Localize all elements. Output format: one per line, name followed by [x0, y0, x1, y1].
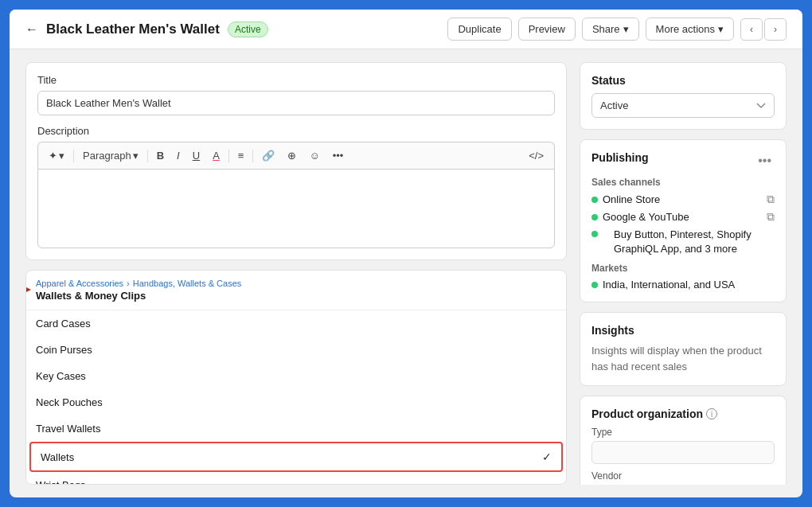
right-panel: Status Active Publishing ••• Sales chann…: [580, 62, 787, 485]
breadcrumb-path: Apparel & Accessories › Handbags, Wallet…: [36, 279, 556, 288]
preview-button[interactable]: Preview: [518, 18, 576, 41]
paragraph-button[interactable]: Paragraph ▾: [79, 147, 142, 164]
header-left: ← Black Leather Men's Wallet Active: [25, 21, 268, 37]
buy-button-row: Buy Button, Pinterest, Shopify GraphiQL …: [591, 228, 775, 256]
chevron-down-icon: ▾: [623, 23, 629, 35]
header-right: Duplicate Preview Share ▾ More actions ▾…: [447, 18, 787, 41]
align-button[interactable]: ≡: [234, 147, 248, 164]
product-org-header: Product organization i: [591, 408, 775, 420]
list-item[interactable]: Key Cases: [26, 363, 566, 389]
toolbar-divider-2: [147, 150, 148, 162]
active-dot: [591, 214, 598, 220]
left-panel: Title Description ✦ ▾ Paragraph ▾ B I: [25, 62, 567, 485]
emoji-button[interactable]: ☺: [305, 147, 323, 164]
status-title: Status: [591, 74, 775, 87]
active-dot: [591, 282, 598, 288]
insights-text: Insights will display when the product h…: [591, 343, 775, 374]
category-list: Card Cases Coin Purses Key Cases Neck Po…: [26, 310, 566, 485]
next-button[interactable]: ›: [764, 18, 787, 41]
list-item[interactable]: Coin Purses: [26, 337, 566, 363]
nav-arrows: ‹ ›: [740, 18, 787, 41]
vendor-label: Vendor: [591, 470, 775, 482]
copy-icon: ⧉: [767, 210, 775, 224]
title-input[interactable]: [37, 91, 555, 115]
list-item[interactable]: Card Cases: [26, 310, 566, 337]
back-button[interactable]: ←: [25, 22, 38, 37]
publishing-card: Publishing ••• Sales channels Online Sto…: [580, 139, 787, 302]
color-button[interactable]: A: [209, 147, 224, 164]
status-select[interactable]: Active: [591, 93, 775, 118]
product-org-title: Product organization: [591, 408, 703, 420]
italic-button[interactable]: I: [173, 147, 184, 164]
publishing-more-button[interactable]: •••: [755, 154, 775, 168]
category-current: Wallets & Money Clips: [36, 290, 556, 302]
list-item[interactable]: Neck Pouches: [26, 389, 566, 415]
description-toolbar: ✦ ▾ Paragraph ▾ B I U A ≡ �: [37, 142, 555, 169]
insights-card: Insights Insights will display when the …: [580, 312, 787, 386]
prev-button[interactable]: ‹: [740, 18, 763, 41]
toolbar-divider: [73, 150, 74, 162]
markets-title: Markets: [591, 263, 775, 274]
active-dot: [591, 231, 598, 237]
category-card: Apparel & Accessories › Handbags, Wallet…: [25, 270, 567, 485]
active-dot: [591, 197, 598, 203]
copy-icon: ⧉: [767, 193, 775, 206]
insights-title: Insights: [591, 324, 775, 337]
code-button[interactable]: </>: [525, 147, 548, 164]
description-editor[interactable]: [37, 169, 555, 248]
toolbar-divider-3: [228, 150, 229, 162]
list-item-selected[interactable]: Wallets ✓: [29, 442, 563, 472]
info-icon[interactable]: i: [706, 408, 717, 419]
product-org-card: Product organization i Type Vendor: [580, 396, 787, 485]
markets-section: Markets India, International, and USA: [591, 263, 775, 291]
share-button[interactable]: Share ▾: [582, 18, 639, 41]
channel-item: Google & YouTube ⧉: [591, 210, 775, 224]
description-label: Description: [37, 125, 555, 137]
category-breadcrumb: Apparel & Accessories › Handbags, Wallet…: [26, 271, 566, 310]
publishing-title: Publishing: [591, 151, 649, 164]
header: ← Black Leather Men's Wallet Active Dupl…: [10, 10, 802, 49]
page-title: Black Leather Men's Wallet: [46, 21, 220, 37]
chevron-down-icon: ▾: [718, 23, 724, 35]
link-button[interactable]: 🔗: [258, 147, 279, 164]
market-name: India, International, and USA: [603, 279, 735, 291]
title-card: Title Description ✦ ▾ Paragraph ▾ B I: [25, 62, 567, 260]
image-button[interactable]: ⊕: [283, 147, 300, 164]
channel-item: Online Store ⧉: [591, 193, 775, 206]
sales-channels-title: Sales channels: [591, 177, 775, 188]
bold-button[interactable]: B: [153, 147, 168, 164]
more-button[interactable]: •••: [329, 147, 348, 164]
check-icon: ✓: [542, 450, 552, 463]
buy-button-text: Buy Button, Pinterest, Shopify GraphiQL …: [614, 228, 775, 256]
more-actions-button[interactable]: More actions ▾: [646, 18, 734, 41]
type-label: Type: [591, 427, 775, 438]
toolbar-divider-4: [252, 150, 253, 162]
underline-button[interactable]: U: [189, 147, 204, 164]
duplicate-button[interactable]: Duplicate: [447, 18, 511, 41]
list-item[interactable]: Wrist Bags: [26, 472, 566, 485]
app-container: ← Black Leather Men's Wallet Active Dupl…: [10, 10, 802, 497]
type-input[interactable]: [591, 441, 775, 464]
channel-left: Google & YouTube: [591, 211, 689, 223]
status-badge: Active: [228, 21, 268, 37]
style-button[interactable]: ✦ ▾: [45, 147, 68, 164]
main-content: Title Description ✦ ▾ Paragraph ▾ B I: [10, 49, 802, 497]
status-card: Status Active: [580, 62, 787, 130]
list-item[interactable]: Travel Wallets: [26, 415, 566, 442]
publishing-header: Publishing •••: [591, 151, 775, 170]
title-label: Title: [37, 74, 555, 86]
channel-left: Online Store: [591, 193, 660, 205]
market-item: India, International, and USA: [591, 279, 775, 291]
red-arrow-indicator: [25, 282, 64, 298]
channel-name: Google & YouTube: [603, 211, 689, 223]
channel-name: Online Store: [603, 193, 660, 205]
